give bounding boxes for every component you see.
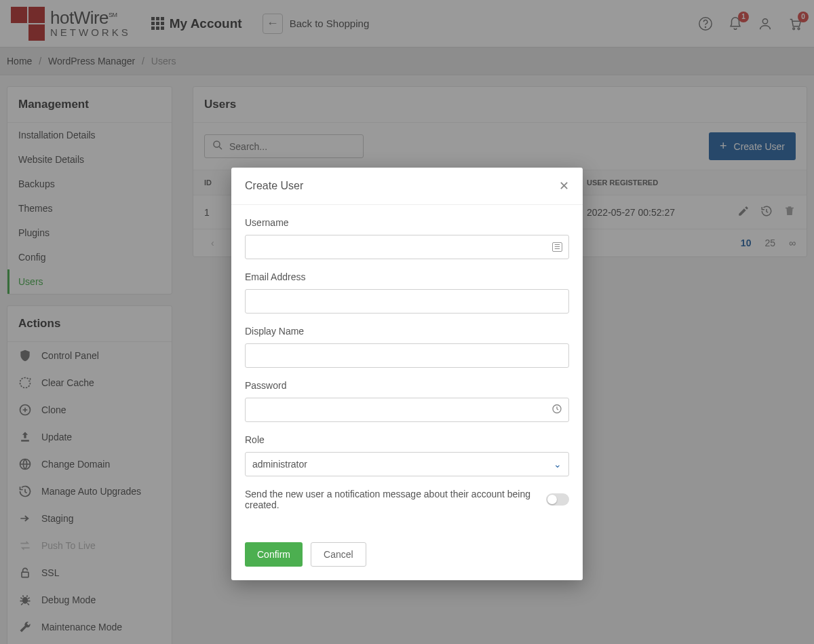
generate-password-icon[interactable] [551,404,562,417]
username-label: Username [245,217,569,228]
password-label: Password [245,380,569,391]
role-value: administrator [252,459,307,470]
modal-title: Create User [245,180,303,192]
email-field[interactable] [245,289,569,314]
cancel-button[interactable]: Cancel [311,542,366,567]
display-name-label: Display Name [245,326,569,337]
contact-card-icon: ☰ [552,242,562,252]
notify-toggle[interactable] [546,493,569,506]
notify-text: Send the new user a notification message… [245,489,546,510]
close-icon[interactable]: ✕ [559,178,569,193]
email-label: Email Address [245,271,569,282]
username-field[interactable] [245,235,569,259]
chevron-down-icon: ⌄ [554,459,562,470]
role-label: Role [245,434,569,445]
role-select[interactable]: administrator ⌄ [245,452,569,476]
password-field[interactable] [245,398,569,422]
confirm-button[interactable]: Confirm [245,542,303,567]
modal-overlay[interactable]: Create User ✕ Username ☰ Email Address D… [0,0,814,644]
display-name-field[interactable] [245,343,569,368]
create-user-modal: Create User ✕ Username ☰ Email Address D… [231,168,583,580]
